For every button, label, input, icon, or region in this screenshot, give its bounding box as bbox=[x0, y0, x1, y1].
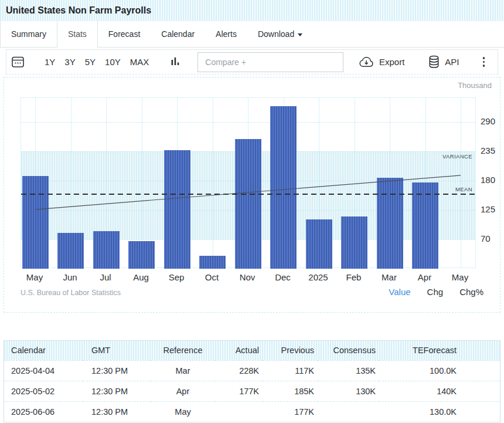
source-label: U.S. Bureau of Labor Statistics bbox=[21, 289, 121, 297]
cloud-download-icon bbox=[359, 56, 374, 67]
tab-download[interactable]: Download bbox=[247, 21, 313, 48]
table-cell: 130K bbox=[318, 381, 379, 401]
table-cell: May bbox=[151, 401, 215, 422]
tab-forecast[interactable]: Forecast bbox=[98, 21, 151, 48]
table-row: 2025-06-0612:30 PMMay177K130.0K bbox=[4, 401, 500, 422]
x-axis-label: May bbox=[441, 272, 479, 282]
table-header-cell: GMT bbox=[83, 341, 151, 360]
tab-calendar[interactable]: Calendar bbox=[151, 21, 205, 48]
api-button[interactable]: API bbox=[428, 55, 459, 69]
range-button-max[interactable]: MAX bbox=[130, 57, 149, 67]
table-header-row: CalendarGMTReferenceActualPreviousConsen… bbox=[4, 341, 500, 360]
table-cell: 100.0K bbox=[379, 360, 500, 381]
trend-line bbox=[21, 98, 476, 269]
tab-label: Stats bbox=[68, 29, 87, 39]
table-cell: 130.0K bbox=[379, 401, 500, 422]
compare-input[interactable] bbox=[197, 52, 343, 72]
table-header-cell: Previous bbox=[263, 341, 318, 360]
table-cell: 185K bbox=[263, 381, 318, 401]
table-header-cell: Reference bbox=[151, 341, 215, 360]
unit-label: Thousand bbox=[458, 81, 492, 90]
releases-table-card: CalendarGMTReferenceActualPreviousConsen… bbox=[4, 340, 500, 422]
table-cell bbox=[215, 401, 263, 422]
tab-summary[interactable]: Summary bbox=[0, 21, 57, 48]
mode-chg[interactable]: Chg bbox=[427, 287, 444, 297]
x-axis-label: Aug bbox=[122, 272, 160, 282]
export-button[interactable]: Export bbox=[359, 56, 404, 67]
table-cell: 12:30 PM bbox=[83, 360, 151, 381]
chart-footer: U.S. Bureau of Labor Statistics ValueChg… bbox=[21, 287, 483, 297]
tab-bar: SummaryStatsForecastCalendarAlertsDownlo… bbox=[0, 21, 504, 48]
table-cell: Apr bbox=[151, 381, 215, 401]
chart-plot-area: VARIANCEMEAN bbox=[21, 97, 476, 268]
kebab-menu-icon bbox=[483, 57, 485, 59]
x-axis-label: Feb bbox=[335, 272, 373, 282]
table-header-cell: Actual bbox=[215, 341, 263, 360]
api-label: API bbox=[445, 57, 459, 67]
table-cell: 117K bbox=[263, 360, 318, 381]
caret-down-icon bbox=[298, 33, 302, 36]
x-axis-label: Dec bbox=[264, 272, 302, 282]
x-axis-label: Nov bbox=[229, 272, 266, 282]
page-title: United States Non Farm Payrolls bbox=[0, 0, 504, 21]
x-axis-label: Sep bbox=[158, 272, 195, 282]
chart-toolbar: 1Y3Y5Y10YMAX Export API bbox=[6, 49, 498, 75]
overflow-menu-button[interactable] bbox=[479, 55, 489, 69]
table-cell: 2025-04-04 bbox=[4, 360, 83, 381]
tab-label: Download bbox=[258, 29, 294, 39]
calendar-icon bbox=[11, 55, 25, 69]
table-cell: 177K bbox=[263, 401, 318, 422]
table-cell: 135K bbox=[318, 360, 379, 381]
x-axis-label: 2025 bbox=[299, 272, 337, 282]
x-axis-label: Jul bbox=[87, 272, 124, 282]
releases-table: CalendarGMTReferenceActualPreviousConsen… bbox=[4, 341, 500, 422]
y-axis-tick: 70 bbox=[481, 234, 491, 243]
bar-chart-icon bbox=[171, 57, 180, 67]
table-cell: 177K bbox=[215, 381, 263, 401]
tab-label: Forecast bbox=[108, 29, 140, 39]
table-cell: 140K bbox=[379, 381, 500, 401]
y-axis-tick: 290 bbox=[481, 116, 495, 126]
table-header-cell: Consensus bbox=[318, 341, 379, 360]
mode-chg-pct[interactable]: Chg% bbox=[459, 287, 483, 297]
table-cell: 228K bbox=[215, 360, 263, 381]
tab-label: Summary bbox=[11, 29, 46, 39]
y-axis-tick: 125 bbox=[481, 204, 495, 214]
database-icon bbox=[428, 55, 440, 69]
export-label: Export bbox=[379, 57, 404, 67]
table-cell bbox=[318, 401, 379, 422]
range-button-10y[interactable]: 10Y bbox=[105, 57, 121, 67]
calendar-button[interactable] bbox=[11, 55, 25, 69]
tab-label: Alerts bbox=[216, 29, 237, 39]
table-cell: 12:30 PM bbox=[83, 381, 151, 401]
range-selector: 1Y3Y5Y10YMAX bbox=[45, 57, 149, 67]
mode-switcher: ValueChgChg% bbox=[389, 287, 483, 297]
tab-label: Calendar bbox=[161, 29, 195, 39]
table-header-cell: TEForecast bbox=[379, 341, 500, 360]
table-cell: 2025-05-02 bbox=[4, 381, 83, 401]
table-cell: Mar bbox=[151, 360, 215, 381]
tab-alerts[interactable]: Alerts bbox=[205, 21, 247, 48]
x-axis-label: Oct bbox=[193, 272, 231, 282]
x-axis-label: Apr bbox=[406, 272, 444, 282]
mode-value[interactable]: Value bbox=[389, 287, 410, 297]
table-row: 2025-05-0212:30 PMApr177K185K130K140K bbox=[4, 381, 500, 401]
y-axis-tick: 235 bbox=[481, 145, 495, 155]
chart-type-button[interactable] bbox=[171, 57, 180, 67]
table-cell: 12:30 PM bbox=[83, 401, 151, 422]
y-axis-tick: 180 bbox=[481, 175, 495, 185]
table-header-cell: Calendar bbox=[4, 341, 83, 360]
tab-stats[interactable]: Stats bbox=[57, 21, 98, 48]
range-button-3y[interactable]: 3Y bbox=[64, 57, 75, 67]
range-button-1y[interactable]: 1Y bbox=[45, 57, 55, 67]
x-axis-label: Mar bbox=[370, 272, 408, 282]
x-axis-label: Jun bbox=[52, 272, 89, 282]
range-button-5y[interactable]: 5Y bbox=[85, 57, 96, 67]
chart-card: Thousand VARIANCEMEAN 70125180235290MayJ… bbox=[4, 77, 500, 313]
table-cell: 2025-06-06 bbox=[4, 401, 83, 422]
x-axis-label: May bbox=[16, 272, 53, 282]
table-row: 2025-04-0412:30 PMMar228K117K135K100.0K bbox=[4, 360, 500, 381]
